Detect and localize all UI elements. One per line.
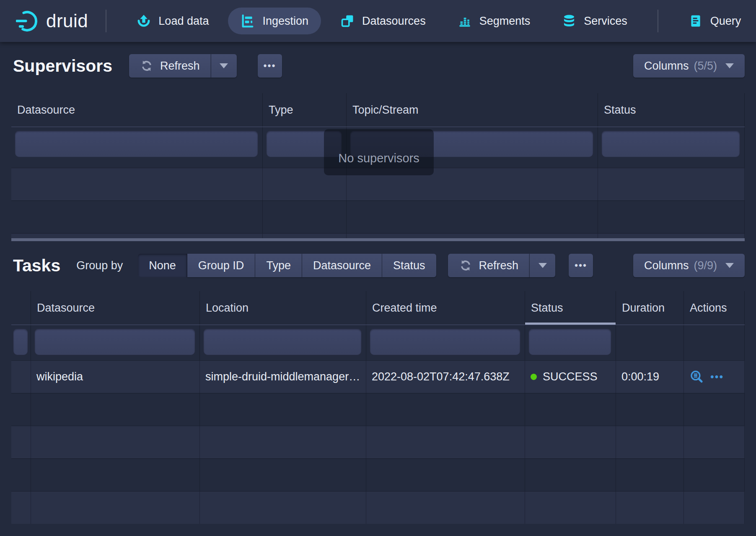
table-row [11,393,745,426]
task-actions-more-icon[interactable]: ••• [710,371,724,383]
status-filter-input[interactable] [528,328,611,355]
services-icon [562,14,576,28]
tasks-columns-button[interactable]: Columns (9/9) [633,254,745,277]
refresh-icon [140,59,153,73]
column-header-location[interactable]: Location [200,291,366,325]
nav-item-label: Query [710,15,741,28]
location-filter-input[interactable] [203,328,362,355]
logo-wordmark: druid [46,10,88,31]
nav-items: Load data Ingestion Datasources [124,8,753,34]
druid-logo[interactable]: druid [16,9,88,33]
chevron-down-icon [725,63,734,68]
inspect-task-icon[interactable] [689,370,704,384]
column-header-created-time[interactable]: Created time [366,291,525,325]
chevron-down-icon [725,263,734,268]
table-row [11,458,745,491]
nav-item-label: Ingestion [262,15,308,28]
supervisors-refresh-dropdown-button[interactable] [211,54,237,78]
cell-created-time: 2022-08-02T07:42:47.638Z [366,361,525,393]
load-data-icon [137,14,151,28]
status-success-dot [531,374,537,380]
column-header-actions[interactable]: Actions [684,291,745,325]
tasks-refresh-dropdown-button[interactable] [529,254,555,277]
group-by-label: Group by [76,259,123,272]
columns-button-label: Columns [644,60,689,73]
cell-datasource: wikipedia [31,361,200,393]
ingestion-icon [241,14,255,28]
group-by-group-id-button[interactable]: Group ID [187,254,256,277]
column-header-label: Status [531,302,563,315]
column-header-expander [11,291,31,325]
druid-console: { "app": { "name": "druid" }, "nav": { "… [0,0,756,536]
group-by-none-button[interactable]: None [138,254,187,277]
cell-duration: 0:00:19 [616,361,684,393]
no-supervisors-message: No supervisors [324,129,434,175]
group-by-status-button[interactable]: Status [382,254,436,277]
cell-location: simple-druid-middlemanager… [200,361,366,393]
tasks-refresh-split-button: Refresh [448,254,556,277]
supervisors-table-header: Datasource Type Topic/Stream Status [11,93,745,127]
cell-status: SUCCESS [525,361,616,393]
tasks-filter-row [11,325,745,360]
supervisors-refresh-button[interactable]: Refresh [129,54,211,78]
nav-item-label: Load data [158,15,209,28]
status-filter-input[interactable] [601,130,740,157]
columns-count: (9/9) [694,259,717,272]
task-row-wikipedia[interactable]: wikipedia simple-druid-middlemanager… 20… [11,360,745,393]
tasks-title: Tasks [13,256,60,276]
column-header-status[interactable]: Status [598,93,745,127]
refresh-button-label: Refresh [160,60,200,73]
column-header-status-sorted[interactable]: Status [525,291,616,325]
top-nav-bar: druid Load data Ingestion Data [0,0,756,42]
supervisors-title: Supervisors [13,56,112,76]
expander-filter-input[interactable] [13,328,28,355]
table-row [11,233,745,238]
nav-divider [106,10,106,32]
column-header-datasource[interactable]: Datasource [31,291,200,325]
query-icon [689,14,703,28]
nav-item-label: Segments [479,15,531,28]
nav-divider [658,10,658,32]
supervisors-refresh-split-button: Refresh [129,54,237,78]
nav-item-ingestion[interactable]: Ingestion [228,8,321,34]
section-splitter-handle[interactable] [11,238,745,241]
chevron-down-icon [539,263,547,268]
group-by-button-group: None Group ID Type Datasource Status [138,254,436,277]
nav-item-label: Services [584,15,627,28]
supervisors-columns-button[interactable]: Columns (5/5) [633,54,745,78]
nav-item-load-data[interactable]: Load data [124,8,221,34]
more-icon: ••• [575,260,587,271]
segments-icon [458,14,472,28]
column-header-datasource[interactable]: Datasource [11,93,263,127]
nav-item-datasources[interactable]: Datasources [328,8,438,34]
columns-button-label: Columns [644,259,689,272]
druid-logo-icon [16,9,39,33]
tasks-table-header: Datasource Location Created time Status … [11,291,745,325]
column-header-topic-stream[interactable]: Topic/Stream [347,93,598,127]
supervisors-table: Datasource Type Topic/Stream Status No s… [11,93,745,238]
created-time-filter-input[interactable] [370,328,520,355]
supervisors-toolbar: Supervisors Refresh ••• Columns (5/5) [11,53,745,79]
column-header-duration[interactable]: Duration [616,291,684,325]
chevron-down-icon [220,63,228,68]
supervisors-more-button[interactable]: ••• [258,54,282,78]
group-by-type-button[interactable]: Type [255,254,302,277]
nav-item-services[interactable]: Services [549,8,640,34]
refresh-icon [459,259,472,272]
column-header-type[interactable]: Type [263,93,347,127]
nav-item-segments[interactable]: Segments [445,8,543,34]
group-by-datasource-button[interactable]: Datasource [302,254,382,277]
datasource-filter-input[interactable] [15,130,258,157]
sort-indicator-bar [525,323,616,325]
nav-item-query[interactable]: Query [676,8,754,34]
tasks-more-button[interactable]: ••• [569,254,593,277]
datasources-icon [340,14,355,28]
tasks-toolbar: Tasks Group by None Group ID Type Dataso… [11,252,745,278]
refresh-button-label: Refresh [479,259,519,272]
table-row [11,426,745,458]
table-row [11,200,745,233]
table-row [11,491,745,524]
tasks-refresh-button[interactable]: Refresh [448,254,530,277]
datasource-filter-input[interactable] [34,328,195,355]
cell-actions: ••• [684,361,745,393]
